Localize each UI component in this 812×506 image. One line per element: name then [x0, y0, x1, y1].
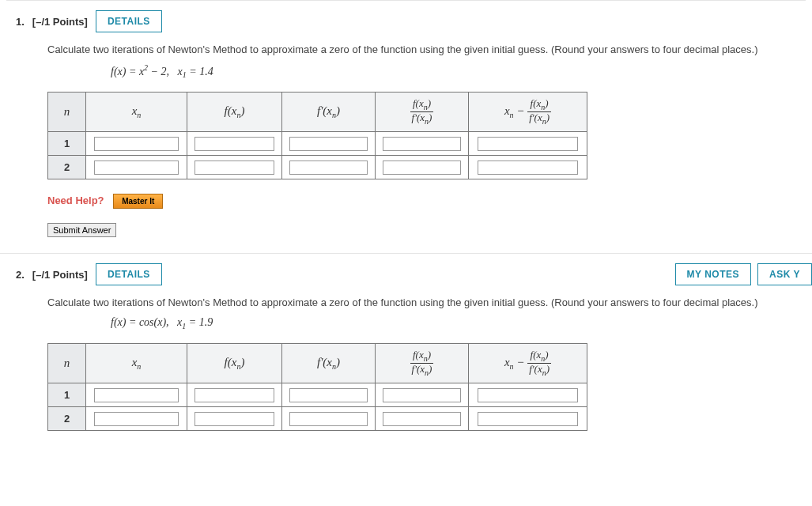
table-row: 1	[48, 132, 587, 156]
input-fpxn[interactable]	[289, 160, 368, 175]
col-n: n	[48, 344, 86, 383]
col-xn: xn	[86, 93, 187, 132]
col-ratio: f(xn)f'(xn)	[376, 344, 469, 383]
question-prompt: Calculate two iterations of Newton's Met…	[47, 296, 812, 308]
master-it-button[interactable]: Master It	[113, 194, 163, 209]
row-index: 2	[48, 407, 86, 431]
input-fpxn[interactable]	[289, 388, 368, 402]
col-update: xn − f(xn)f'(xn)	[469, 344, 587, 383]
input-ratio[interactable]	[383, 137, 461, 151]
input-ratio[interactable]	[383, 388, 461, 402]
col-ratio: f(xn)f'(xn)	[376, 93, 469, 132]
newton-table: n xn f(xn) f'(xn) f(xn)f'(xn) xn − f(xn)…	[47, 343, 587, 431]
table-row: 2	[48, 156, 587, 179]
input-xn[interactable]	[94, 388, 179, 402]
input-xn[interactable]	[94, 137, 179, 151]
details-button[interactable]: DETAILS	[96, 263, 162, 285]
points-label: [–/1 Points]	[32, 16, 88, 28]
question-2: 2. [–/1 Points] DETAILS MY NOTES ASK Y C…	[0, 254, 812, 431]
input-ratio[interactable]	[383, 412, 461, 426]
table-row: 2	[48, 407, 587, 431]
function-definition: f(x) = cos(x), x1 = 1.9	[111, 316, 812, 330]
col-update: xn − f(xn)f'(xn)	[469, 93, 587, 132]
my-notes-button[interactable]: MY NOTES	[675, 263, 751, 285]
col-fpxn: f'(xn)	[282, 344, 376, 383]
question-1: 1. [–/1 Points] DETAILS Calculate two it…	[0, 1, 812, 254]
row-index: 1	[48, 383, 86, 407]
question-number: 1.	[16, 16, 25, 28]
points-label: [–/1 Points]	[32, 269, 88, 281]
input-update[interactable]	[478, 160, 578, 175]
row-index: 2	[48, 156, 86, 179]
function-definition: f(x) = x2 − 2, x1 = 1.4	[111, 63, 812, 79]
input-xn[interactable]	[94, 160, 179, 175]
question-number: 2.	[16, 269, 25, 281]
col-n: n	[48, 93, 86, 132]
newton-table: n xn f(xn) f'(xn) f(xn)f'(xn) xn − f(xn)…	[47, 92, 587, 179]
col-fxn: f(xn)	[187, 344, 282, 383]
input-fpxn[interactable]	[289, 137, 368, 151]
input-update[interactable]	[478, 137, 578, 151]
input-fxn[interactable]	[195, 137, 274, 151]
details-button[interactable]: DETAILS	[96, 10, 162, 32]
col-fxn: f(xn)	[187, 93, 282, 132]
input-fxn[interactable]	[195, 412, 274, 426]
submit-answer-button[interactable]: Submit Answer	[47, 223, 116, 237]
input-update[interactable]	[478, 388, 578, 402]
col-fpxn: f'(xn)	[282, 93, 376, 132]
input-update[interactable]	[478, 412, 578, 426]
col-xn: xn	[86, 344, 187, 383]
input-xn[interactable]	[94, 412, 179, 426]
need-help-label: Need Help?	[47, 194, 104, 206]
question-prompt: Calculate two iterations of Newton's Met…	[47, 43, 812, 55]
input-fxn[interactable]	[195, 388, 274, 402]
table-row: 1	[48, 383, 587, 407]
need-help-row: Need Help? Master It	[47, 194, 812, 209]
ask-teacher-button[interactable]: ASK Y	[757, 263, 812, 285]
input-fpxn[interactable]	[289, 412, 368, 426]
row-index: 1	[48, 132, 86, 156]
input-fxn[interactable]	[195, 160, 274, 175]
input-ratio[interactable]	[383, 160, 461, 175]
